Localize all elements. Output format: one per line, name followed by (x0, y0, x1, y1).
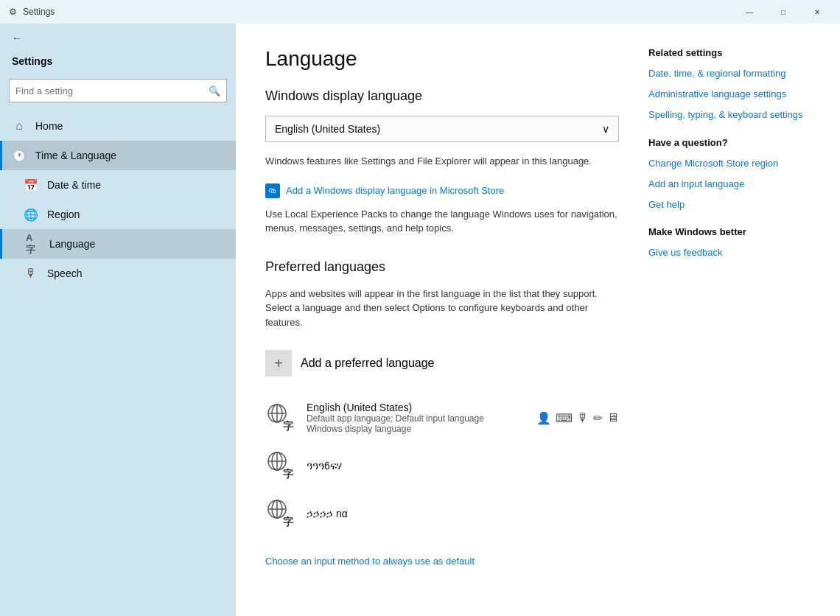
sidebar-item-home-label: Home (35, 120, 63, 132)
related-link-spelling[interactable]: Spelling, typing, & keyboard settings (648, 108, 822, 122)
add-language-button[interactable]: + Add a preferred language (265, 344, 619, 382)
store-link[interactable]: 🛍 Add a Windows display language in Micr… (265, 183, 619, 198)
sidebar-item-language[interactable]: A字 Language (0, 229, 236, 259)
list-item[interactable]: 字 ዓዓዓ6ፍሃ (265, 442, 619, 490)
sidebar-item-speech[interactable]: 🎙 Speech (0, 259, 236, 288)
store-desc: Use Local Experience Packs to change the… (265, 207, 619, 236)
related-link-admin[interactable]: Administrative language settings (648, 88, 822, 101)
content-area: Language Windows display language Englis… (236, 24, 840, 616)
close-button[interactable]: ✕ (800, 0, 834, 24)
language-item-icon-2: 字 (265, 449, 298, 482)
list-item[interactable]: 字 English (United States) Default app la… (265, 394, 619, 442)
sidebar: ← Settings 🔍 ⌂ Home 🕐 Time & Language 📅 … (0, 24, 236, 616)
make-better-title: Make Windows better (648, 226, 822, 237)
settings-icon: ⚙ (9, 7, 17, 17)
chevron-down-icon: ∨ (602, 123, 609, 135)
list-item[interactable]: 字 ኃኃኃኃ nα (265, 490, 619, 538)
badge-person-icon: 👤 (536, 411, 551, 425)
sidebar-item-date-time[interactable]: 📅 Date & time (0, 170, 236, 200)
language-item-name-2: ዓዓዓ6ፍሃ (307, 460, 619, 472)
maximize-button[interactable]: □ (766, 0, 800, 24)
related-link-datetime[interactable]: Date, time, & regional formatting (648, 67, 822, 80)
titlebar-title: Settings (23, 7, 55, 17)
search-box[interactable]: 🔍 (9, 79, 227, 102)
language-item-sub: Default app language; Default input lang… (307, 413, 528, 424)
display-language-title: Windows display language (265, 88, 619, 104)
sidebar-app-title: Settings (0, 49, 236, 76)
svg-text:字: 字 (283, 468, 293, 480)
language-item-name: English (United States) (307, 402, 528, 413)
have-question-title: Have a question? (648, 137, 822, 148)
svg-text:字: 字 (283, 420, 293, 432)
search-icon: 🔍 (209, 85, 220, 97)
language-item-icon-3: 字 (265, 497, 298, 530)
dropdown-value: English (United States) (275, 123, 380, 135)
preferred-languages-title: Preferred languages (265, 259, 619, 275)
content-main: Language Windows display language Englis… (236, 24, 648, 616)
badge-mic-icon: 🎙 (577, 411, 589, 424)
language-item-info: English (United States) Default app lang… (307, 402, 528, 434)
feedback-link[interactable]: Give us feedback (648, 246, 822, 259)
home-icon: ⌂ (12, 119, 27, 133)
language-item-info-2: ዓዓዓ6ፍሃ (307, 460, 619, 472)
back-icon: ← (12, 32, 21, 43)
back-button[interactable]: ← (0, 27, 236, 49)
display-language-dropdown[interactable]: English (United States) ∨ (265, 116, 619, 142)
language-item-sub2: Windows display language (307, 424, 528, 434)
date-time-icon: 📅 (24, 178, 38, 192)
page-title: Language (265, 47, 619, 71)
question-link-help[interactable]: Get help (648, 198, 822, 211)
sidebar-item-date-label: Date & time (47, 179, 101, 191)
badge-handwriting-icon: ✏ (593, 411, 603, 425)
svg-text:字: 字 (283, 516, 293, 528)
speech-icon: 🎙 (24, 266, 38, 281)
sidebar-item-region[interactable]: 🌐 Region (0, 200, 236, 229)
input-method-link[interactable]: Choose an input method to always use as … (265, 556, 475, 567)
plus-icon: + (265, 350, 292, 377)
display-language-desc: Windows features like Settings and File … (265, 154, 619, 169)
language-item-name-3: ኃኃኃኃ nα (307, 508, 619, 520)
sidebar-item-time-language[interactable]: 🕐 Time & Language (0, 141, 236, 170)
time-language-icon: 🕐 (12, 148, 27, 163)
preferred-languages-section: Preferred languages Apps and websites wi… (265, 259, 619, 568)
titlebar: ⚙ Settings — □ ✕ (0, 0, 840, 24)
question-link-input[interactable]: Add an input language (648, 178, 822, 191)
app-body: ← Settings 🔍 ⌂ Home 🕐 Time & Language 📅 … (0, 24, 840, 616)
sidebar-item-home[interactable]: ⌂ Home (0, 111, 236, 141)
question-link-store[interactable]: Change Microsoft Store region (648, 157, 822, 170)
sidebar-item-region-label: Region (47, 209, 80, 220)
content-right-sidebar: Related settings Date, time, & regional … (648, 24, 840, 616)
language-item-icon: 字 (265, 402, 298, 434)
store-link-label: Add a Windows display language in Micros… (286, 185, 504, 196)
badge-display-icon: 🖥 (607, 411, 619, 424)
language-icon: A字 (26, 237, 41, 251)
sidebar-item-language-label: Language (49, 238, 95, 250)
language-item-info-3: ኃኃኃኃ nα (307, 508, 619, 520)
add-language-label: Add a preferred language (301, 357, 434, 370)
sidebar-item-speech-label: Speech (47, 267, 82, 279)
sidebar-item-time-label: Time & Language (35, 150, 116, 161)
search-input[interactable] (15, 85, 209, 97)
language-item-badges: 👤 ⌨ 🎙 ✏ 🖥 (536, 411, 619, 425)
store-icon: 🛍 (265, 183, 280, 198)
badge-keyboard-icon: ⌨ (556, 411, 573, 425)
titlebar-left: ⚙ Settings (9, 7, 55, 17)
titlebar-controls: — □ ✕ (732, 0, 834, 24)
region-icon: 🌐 (24, 207, 38, 222)
preferred-languages-desc: Apps and websites will appear in the fir… (265, 287, 619, 330)
related-settings-title: Related settings (648, 47, 822, 58)
sidebar-nav: ⌂ Home 🕐 Time & Language 📅 Date & time 🌐… (0, 111, 236, 288)
minimize-button[interactable]: — (732, 0, 766, 24)
